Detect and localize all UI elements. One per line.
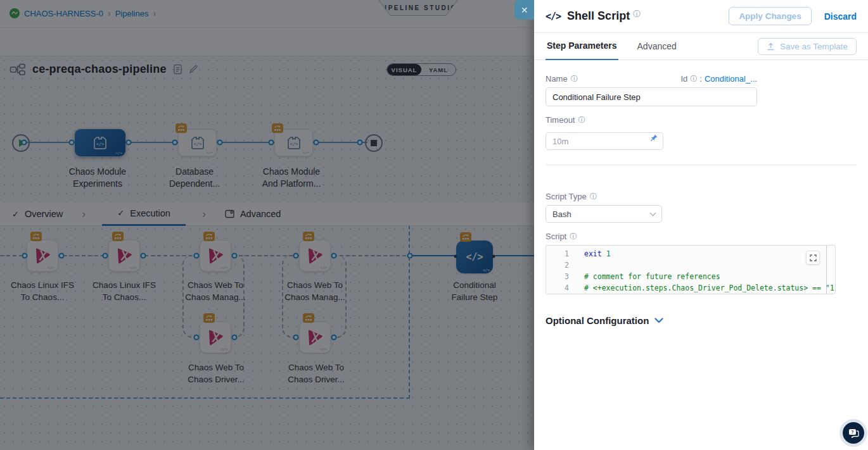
step-id-link[interactable]: Conditional_... bbox=[705, 74, 757, 84]
script-editor[interactable]: 1exit 123# comment for future references… bbox=[546, 245, 836, 294]
close-icon: ✕ bbox=[521, 5, 528, 15]
upload-icon bbox=[767, 42, 775, 51]
editor-line: 1exit 1 bbox=[546, 248, 835, 259]
script-label: Script ⓘ bbox=[546, 232, 857, 241]
editor-line: 3# comment for future references bbox=[546, 271, 835, 282]
info-icon: ⓘ bbox=[590, 192, 597, 201]
modal-dim-overlay[interactable] bbox=[0, 0, 534, 450]
name-label: Name ⓘ bbox=[546, 74, 578, 84]
name-input[interactable] bbox=[546, 87, 757, 106]
panel-title: Shell Script bbox=[567, 9, 630, 23]
panel-header: </> Shell Script ⓘ Apply Changes Discard bbox=[534, 0, 868, 33]
shell-script-icon: </> bbox=[546, 11, 561, 22]
timeout-input[interactable] bbox=[546, 132, 663, 150]
script-type-select[interactable]: Bash bbox=[546, 205, 662, 223]
pin-icon[interactable] bbox=[650, 133, 658, 144]
editor-line: 2 bbox=[546, 259, 835, 271]
section-divider bbox=[546, 165, 857, 165]
script-editor-lines: 1exit 123# comment for future references… bbox=[546, 246, 835, 294]
apply-changes-button[interactable]: Apply Changes bbox=[729, 7, 811, 25]
close-panel-button[interactable]: ✕ bbox=[514, 0, 534, 20]
info-icon: ⓘ bbox=[633, 9, 641, 20]
panel-body: Name ⓘ Id ⓘ : Conditional_... Timeout ⓘ … bbox=[534, 60, 868, 450]
editor-ruler bbox=[826, 246, 827, 294]
chevron-down-icon bbox=[650, 210, 656, 216]
step-config-panel: </> Shell Script ⓘ Apply Changes Discard… bbox=[534, 0, 868, 450]
info-icon: ⓘ bbox=[570, 232, 577, 241]
step-id: Id ⓘ : Conditional_... bbox=[680, 74, 757, 84]
save-as-template-button[interactable]: Save as Template bbox=[758, 38, 857, 55]
tab-step-advanced[interactable]: Advanced bbox=[636, 33, 678, 60]
tab-step-parameters[interactable]: Step Parameters bbox=[546, 33, 618, 60]
svg-text:?: ? bbox=[851, 430, 853, 434]
help-chat-button[interactable]: ? bbox=[843, 422, 864, 444]
editor-line: 4# <+execution.steps.Chaos_Driver_Pod_De… bbox=[546, 282, 835, 294]
discard-button[interactable]: Discard bbox=[824, 11, 857, 22]
info-icon: ⓘ bbox=[571, 74, 578, 84]
timeout-label: Timeout ⓘ bbox=[546, 115, 857, 125]
info-icon: ⓘ bbox=[690, 74, 697, 84]
panel-tabs: Step Parameters Advanced Save as Templat… bbox=[534, 33, 868, 60]
info-icon: ⓘ bbox=[578, 115, 585, 125]
expand-editor-button[interactable] bbox=[806, 251, 820, 265]
script-type-label: Script Type ⓘ bbox=[546, 192, 857, 201]
optional-configuration-toggle[interactable]: Optional Configuration bbox=[546, 315, 857, 326]
chat-question-icon: ? bbox=[848, 428, 859, 438]
expand-icon bbox=[810, 254, 817, 261]
chevron-down-icon bbox=[654, 318, 663, 323]
